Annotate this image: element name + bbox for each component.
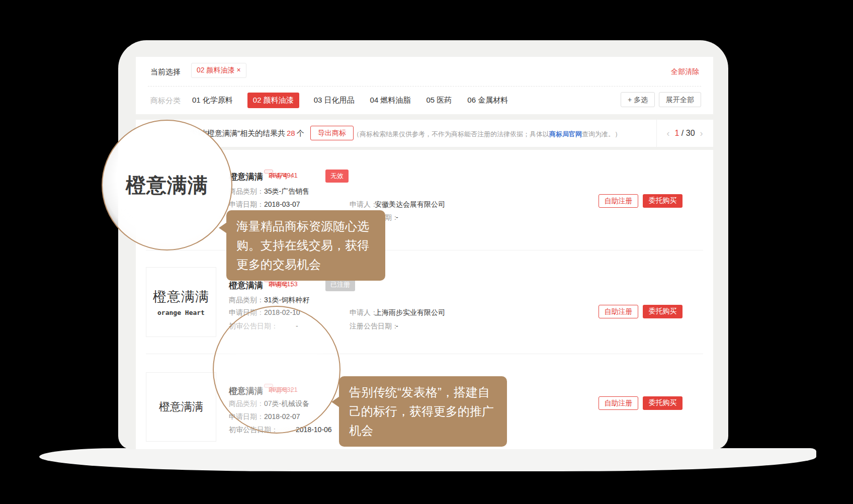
disclaimer-suffix: 查询为准。） xyxy=(582,130,621,138)
application-number-value: 29474941 xyxy=(269,172,298,179)
application-number-value: 29482153 xyxy=(269,280,298,288)
reg-notice-value: - xyxy=(396,213,398,221)
reg-notice-label: 注册公告日期： xyxy=(350,322,399,331)
category-item-02-active[interactable]: 02 颜料油漆 xyxy=(247,93,299,108)
category-field-value: 35类-广告销售 xyxy=(264,187,309,196)
status-badge-invalid: 无效 xyxy=(325,170,349,183)
current-selection-label: 当前选择 xyxy=(150,67,181,77)
current-page: 1 xyxy=(674,129,679,137)
reg-notice-value: - xyxy=(396,322,398,330)
category-field-value: 31类-饲料种籽 xyxy=(264,296,309,305)
tooltip-marketplace: 海量精品商标资源随心选购。支持在线交易，获得更多的交易机会 xyxy=(226,210,385,281)
applicant-label: 申请人： xyxy=(350,308,378,317)
magnifier-lens-2 xyxy=(213,306,340,434)
trademark-name: 橙意满满 xyxy=(229,171,263,183)
self-register-button[interactable]: 自助注册 xyxy=(599,305,638,318)
apply-date-value: 2018-03-07 xyxy=(264,200,300,208)
remove-filter-icon[interactable]: × xyxy=(236,66,240,74)
applicant-value: 安徽美达会展有限公司 xyxy=(375,200,445,209)
results-header-panel: 检索到“橙意满满”相关的结果共28个 导出商标 （商标检索结果仅供参考，不作为商… xyxy=(136,120,713,147)
category-field-label: 商品类别： xyxy=(229,296,264,305)
trademark-office-link[interactable]: 商标局官网 xyxy=(549,130,582,138)
category-item-06[interactable]: 06 金属材料 xyxy=(466,93,509,108)
applicant-value: 上海雨步实业有限公司 xyxy=(375,308,445,317)
pagination: ‹ 1 / 30 › xyxy=(656,120,713,147)
results-unit: 个 xyxy=(297,129,304,137)
category-item-04[interactable]: 04 燃料油脂 xyxy=(369,93,412,108)
tooltip-promotion: 告别传统“发表格”，搭建自己的标行，获得更多的推广机会 xyxy=(339,376,507,447)
category-item-03[interactable]: 03 日化用品 xyxy=(313,93,356,108)
category-list: 01 化学原料 02 颜料油漆 03 日化用品 04 燃料油脂 05 医药 06… xyxy=(191,93,509,108)
clear-all-link[interactable]: 全部清除 xyxy=(671,67,699,76)
category-item-05[interactable]: 05 医药 xyxy=(425,93,453,108)
disclaimer-text: （商标检索结果仅供参考，不作为商标能否注册的法律依据；具体以商标局官网查询为准。… xyxy=(353,130,621,139)
category-field-label: 商品类别： xyxy=(229,187,264,196)
self-register-button[interactable]: 自助注册 xyxy=(599,194,638,208)
applicant-label: 申请人： xyxy=(350,200,378,209)
expand-all-button[interactable]: 展开全部 xyxy=(659,92,701,107)
application-number-tag: 申请号：29474941 xyxy=(264,170,273,174)
filter-panel: 当前选择 02 颜料油漆× 全部清除 商标分类 01 化学原料 02 颜料油漆 … xyxy=(136,57,713,114)
selected-filter-tag[interactable]: 02 颜料油漆× xyxy=(191,63,246,78)
results-count: 28 xyxy=(285,129,297,137)
multi-select-button[interactable]: + 多选 xyxy=(621,92,655,107)
self-register-button[interactable]: 自助注册 xyxy=(599,396,638,410)
page-indicator: 1 / 30 xyxy=(674,129,695,138)
page-divider: / xyxy=(681,129,684,137)
prev-page-icon[interactable]: ‹ xyxy=(666,128,669,139)
current-selection-row: 当前选择 02 颜料油漆× 全部清除 xyxy=(136,57,713,87)
trademark-name: 橙意满满 xyxy=(229,280,263,291)
magnified-trademark-text: 橙意满满 xyxy=(126,172,208,199)
next-page-icon[interactable]: › xyxy=(700,128,703,139)
category-item-01[interactable]: 01 化学原料 xyxy=(191,93,234,108)
category-row: 商标分类 01 化学原料 02 颜料油漆 03 日化用品 04 燃料油脂 05 … xyxy=(136,87,713,114)
category-label: 商标分类 xyxy=(150,96,181,106)
export-trademark-button[interactable]: 导出商标 xyxy=(310,126,354,140)
entrust-buy-button[interactable]: 委托购买 xyxy=(643,305,683,318)
total-pages: 30 xyxy=(686,129,695,137)
apply-date-label: 申请日期： xyxy=(229,200,264,209)
selected-filter-tag-label: 02 颜料油漆 xyxy=(197,66,234,74)
entrust-buy-button[interactable]: 委托购买 xyxy=(643,396,683,410)
laptop-base xyxy=(39,448,816,471)
entrust-buy-button[interactable]: 委托购买 xyxy=(643,194,683,208)
disclaimer-prefix: （商标检索结果仅供参考，不作为商标能否注册的法律依据；具体以 xyxy=(353,130,549,138)
magnifier-lens-1: 橙意满满 xyxy=(102,120,232,250)
